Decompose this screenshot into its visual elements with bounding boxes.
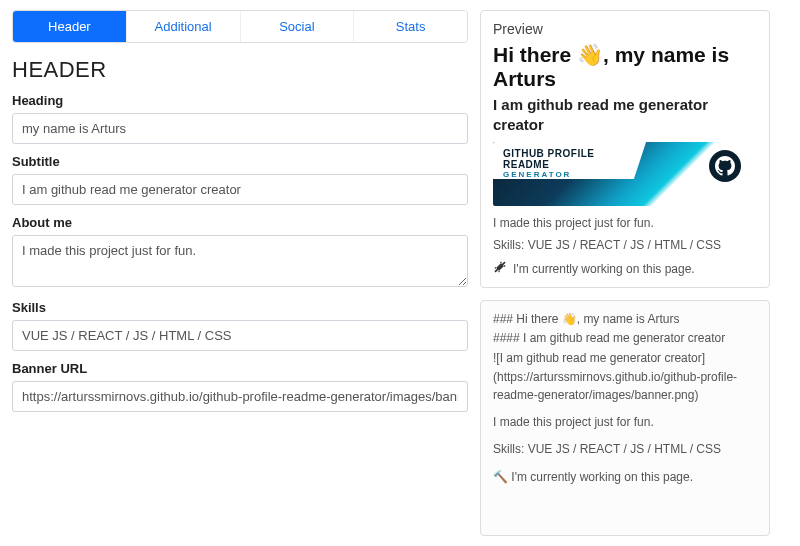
hammer-icon [493,260,507,277]
md-line: Skills: VUE JS / REACT / JS / HTML / CSS [493,441,757,458]
tab-header[interactable]: Header [13,11,127,42]
subtitle-label: Subtitle [12,154,468,169]
banner-subtitle: GENERATOR [503,170,636,179]
preview-label: Preview [493,21,757,37]
tab-additional[interactable]: Additional [127,11,241,42]
md-line: ### Hi there 👋, my name is Arturs [493,311,757,328]
subtitle-input[interactable] [12,174,468,205]
banner-url-label: Banner URL [12,361,468,376]
banner-title: GITHUB PROFILE README [503,148,636,170]
heading-input[interactable] [12,113,468,144]
preview-skills: Skills: VUE JS / REACT / JS / HTML / CSS [493,238,757,252]
preview-card: Preview Hi there 👋, my name is Arturs I … [480,10,770,288]
preview-about: I made this project just for fun. [493,216,757,230]
tab-social[interactable]: Social [241,11,355,42]
md-line: I made this project just for fun. [493,414,757,431]
markdown-output[interactable]: ### Hi there 👋, my name is Arturs #### I… [480,300,770,536]
preview-banner: GITHUB PROFILE README GENERATOR [493,142,757,206]
about-label: About me [12,215,468,230]
md-line: #### I am github read me generator creat… [493,330,757,347]
preview-subtitle: I am github read me generator creator [493,95,757,134]
tab-stats[interactable]: Stats [354,11,467,42]
tab-bar: Header Additional Social Stats [12,10,468,43]
skills-input[interactable] [12,320,468,351]
heading-label: Heading [12,93,468,108]
section-title: HEADER [12,57,468,83]
about-textarea[interactable]: I made this project just for fun. [12,235,468,287]
preview-working: I'm currently working on this page. [513,262,695,276]
github-icon [709,150,741,182]
md-line: (https://arturssmirnovs.github.io/github… [493,369,757,404]
md-line: 🔨 I'm currently working on this page. [493,469,757,486]
preview-heading: Hi there 👋, my name is Arturs [493,43,757,91]
md-line: ![I am github read me generator creator] [493,350,757,367]
skills-label: Skills [12,300,468,315]
banner-url-input[interactable] [12,381,468,412]
